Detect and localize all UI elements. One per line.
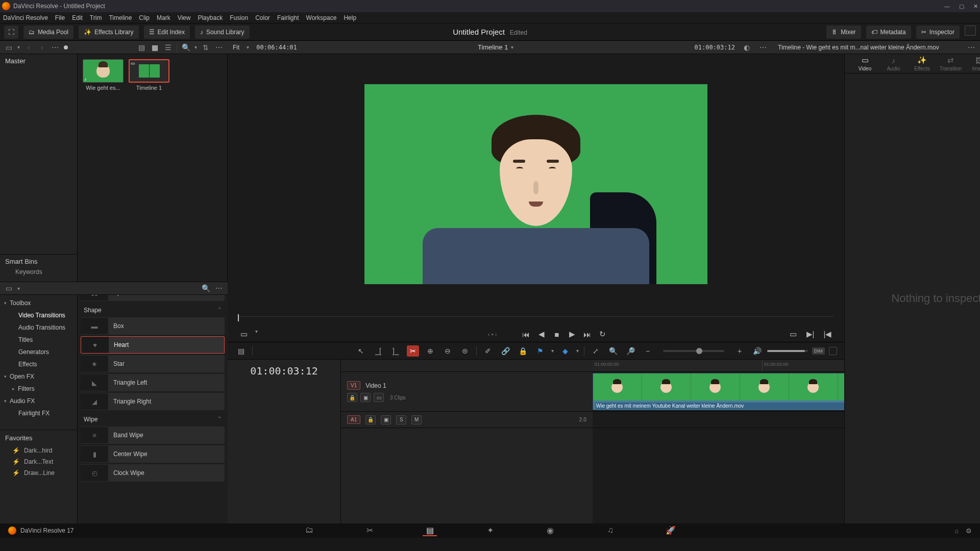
menu-color[interactable]: Color <box>255 14 270 21</box>
menu-fusion[interactable]: Fusion <box>230 14 248 21</box>
mute-icon[interactable]: 🔊 <box>751 345 763 357</box>
link-icon[interactable]: 🔗 <box>499 345 511 357</box>
fx-category-wipe[interactable]: Wipe⌃ <box>81 412 225 425</box>
menu-clip[interactable]: Clip <box>139 14 150 21</box>
viewer-canvas[interactable] <box>228 54 844 314</box>
favorite-item[interactable]: ⚡Dark...hird <box>12 445 77 456</box>
marker-chevron[interactable]: ▾ <box>576 348 579 354</box>
timeline-name-chevron[interactable]: ▾ <box>511 44 513 50</box>
bin-layout-icon[interactable]: ▭ <box>4 43 13 52</box>
bypass-icon[interactable]: ◐ <box>742 43 751 52</box>
first-frame-button[interactable]: ⏮ <box>520 329 532 340</box>
track-lock-icon[interactable]: 🔒 <box>347 393 357 402</box>
minimize-button[interactable]: — <box>944 3 950 10</box>
video-lane[interactable]: Wie geht es mit meinem Youtube Kanal wei… <box>593 372 844 412</box>
blade-tool-icon[interactable]: ✂ <box>407 345 419 357</box>
fit-chevron[interactable]: ▾ <box>247 44 249 50</box>
fx-item-triangle-right[interactable]: ◢Triangle Right <box>81 393 225 410</box>
inspector-tab-image[interactable]: 🖼Image <box>965 56 981 71</box>
prev-clip-icon[interactable]: |◀ <box>822 329 834 340</box>
stop-button[interactable]: ■ <box>551 329 563 340</box>
meters-icon[interactable] <box>829 347 837 355</box>
lock-icon[interactable]: 🔒 <box>517 345 529 357</box>
smart-bins-header[interactable]: Smart Bins <box>5 258 72 265</box>
fx-layout-chevron[interactable]: ▾ <box>17 286 20 291</box>
settings-icon[interactable]: ⚙ <box>966 527 972 535</box>
fx-options-icon[interactable]: ⋯ <box>214 284 224 292</box>
tree-openfx[interactable]: ▾Open FX <box>0 370 77 383</box>
clip-thumb[interactable]: ▭ Timeline 1 <box>129 59 169 91</box>
timeline-view-icon[interactable]: ▤ <box>235 345 247 357</box>
audio-track-badge[interactable]: A1 <box>347 415 360 424</box>
fx-item-triangle-left[interactable]: ◣Triangle Left <box>81 374 225 391</box>
fit-dropdown[interactable]: Fit <box>233 44 239 51</box>
viewer-scrub-bar[interactable] <box>238 316 834 325</box>
custom-zoom-icon[interactable]: 🔎 <box>624 345 636 357</box>
video-track-header[interactable]: V1 Video 1 🔒 ▣ ▭ 3 Clips <box>341 372 593 412</box>
audio-solo-icon[interactable]: S <box>396 415 406 424</box>
track-disable-icon[interactable]: ▭ <box>374 393 384 402</box>
close-button[interactable]: ✕ <box>973 3 978 10</box>
full-screen-toggle[interactable]: ⛶ <box>4 26 18 39</box>
volume-slider[interactable] <box>767 350 808 352</box>
insert-icon[interactable]: ⊕ <box>424 345 436 357</box>
menu-file[interactable]: File <box>55 14 65 21</box>
page-edit[interactable]: ▤ <box>423 525 437 536</box>
ellipsis-icon[interactable]: ⋯ <box>51 43 60 52</box>
video-clip[interactable]: Wie geht es mit meinem Youtube Kanal wei… <box>593 373 844 410</box>
video-track-badge[interactable]: V1 <box>347 381 360 390</box>
zoom-to-fit-icon[interactable]: ⤢ <box>590 345 602 357</box>
tree-titles[interactable]: Titles <box>0 334 77 346</box>
nav-back-icon[interactable]: ‹ <box>24 43 33 52</box>
clip-thumb[interactable]: ♪ Wie geht es... <box>83 59 124 91</box>
metadata-button[interactable]: 🏷Metadata <box>866 26 911 39</box>
timeline-timecode[interactable]: 01:00:03:12 <box>228 360 341 523</box>
thumb-view-icon[interactable]: ▦ <box>150 43 159 52</box>
overwrite-icon[interactable]: ⊖ <box>442 345 454 357</box>
page-media[interactable]: 🗂 <box>302 525 316 536</box>
menu-view[interactable]: View <box>178 14 191 21</box>
fx-layout-icon[interactable]: ▭ <box>4 284 13 292</box>
inspector-tab-effects[interactable]: ✨Effects <box>908 56 937 71</box>
match-frame-prev-icon[interactable]: ‹ • › <box>486 329 499 340</box>
in-out-chevron[interactable]: ▾ <box>255 329 258 340</box>
keywords-bin[interactable]: Keywords <box>5 265 72 279</box>
fx-category-shape[interactable]: Shape⌃ <box>81 303 225 316</box>
zoom-in-icon[interactable]: + <box>733 345 746 357</box>
menu-playback[interactable]: Playback <box>198 14 223 21</box>
zoom-out-icon[interactable]: − <box>642 345 654 357</box>
zoom-slider[interactable] <box>663 350 724 352</box>
strip-view-icon[interactable]: ▤ <box>137 43 146 52</box>
fx-item-heart[interactable]: ♥Heart <box>81 336 225 354</box>
menu-timeline[interactable]: Timeline <box>109 14 132 21</box>
bin-layout-chevron[interactable]: ▾ <box>17 44 20 50</box>
fx-item-center-wipe[interactable]: ▮Center Wipe <box>81 445 225 463</box>
sound-library-button[interactable]: ♪Sound Library <box>195 26 250 39</box>
page-fairlight[interactable]: ♫ <box>603 525 618 536</box>
dynamic-trim-icon[interactable]: ]⎯ <box>389 345 402 357</box>
search-icon[interactable]: 🔍 <box>181 43 190 52</box>
page-cut[interactable]: ✂ <box>362 525 377 536</box>
favorite-item[interactable]: ⚡Dark...Text <box>12 456 77 467</box>
media-pool-button[interactable]: 🗂Media Pool <box>23 26 74 39</box>
inspector-tab-video[interactable]: ▭Video <box>851 56 879 71</box>
fx-item-clock-wipe[interactable]: ◴Clock Wipe <box>81 464 225 482</box>
dim-button[interactable]: DIM <box>812 347 825 355</box>
fx-item-band-wipe[interactable]: ≡Band Wipe <box>81 427 225 444</box>
maximize-button[interactable]: ▢ <box>959 3 964 10</box>
page-color[interactable]: ◉ <box>543 525 557 536</box>
viewer-options-icon[interactable]: ⋯ <box>758 43 768 52</box>
fx-item-partial[interactable]: ▮▮Split <box>81 295 225 301</box>
tree-filters[interactable]: ▸Filters <box>0 383 77 395</box>
effects-list[interactable]: ▮▮Split Shape⌃ ▬Box ♥Heart ★Star ◣Triang… <box>78 295 228 523</box>
selection-tool-icon[interactable]: ↖ <box>355 345 367 357</box>
flag-icon[interactable]: ⚑ <box>534 345 546 357</box>
tree-generators[interactable]: Generators <box>0 346 77 358</box>
blade-edit-icon[interactable]: ✐ <box>482 345 494 357</box>
fx-search-icon[interactable]: 🔍 <box>201 284 210 292</box>
inspector-tab-transition[interactable]: ⇄Transition <box>937 56 965 71</box>
inspector-options-icon[interactable]: ⋯ <box>967 43 976 52</box>
master-bin[interactable]: Master <box>0 54 77 68</box>
sort-icon[interactable]: ⇅ <box>201 43 210 52</box>
menu-trim[interactable]: Trim <box>90 14 102 21</box>
